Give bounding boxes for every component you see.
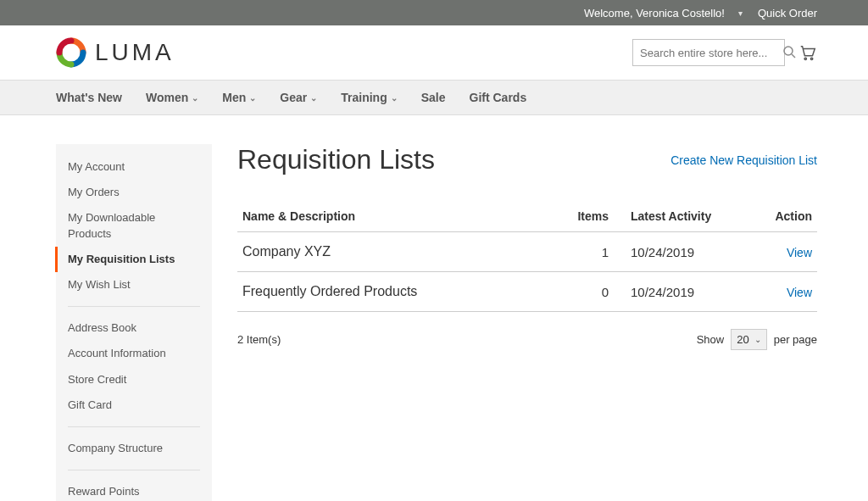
cell-items: 0: [563, 272, 614, 312]
main-nav: What's NewWomen⌄Men⌄Gear⌄Training⌄SaleGi…: [0, 80, 868, 115]
col-name: Name & Description: [237, 201, 563, 232]
luma-logo-icon: [56, 37, 86, 68]
pager-per-page: per page: [774, 333, 817, 346]
create-requisition-list-link[interactable]: Create New Requisition List: [670, 153, 817, 167]
top-bar: Welcome, Veronica Costello! ▾ Quick Orde…: [0, 0, 868, 25]
sidebar-item-address-book[interactable]: Address Book: [56, 315, 212, 341]
logo-text: LUMA: [95, 39, 175, 66]
page-size-value: 20: [737, 333, 748, 346]
sidebar-item-reward-points[interactable]: Reward Points: [56, 479, 212, 501]
sidebar-item-my-orders[interactable]: My Orders: [56, 180, 212, 205]
table-row: Frequently Ordered Products010/24/2019Vi…: [237, 272, 817, 312]
svg-line-1: [792, 54, 795, 58]
chevron-down-icon: ⌄: [754, 335, 761, 344]
nav-label: Training: [341, 91, 387, 104]
svg-point-2: [804, 58, 806, 59]
cell-date: 10/24/2019: [614, 272, 749, 312]
sidebar-item-company-structure[interactable]: Company Structure: [56, 436, 212, 461]
sidebar-divider: [68, 470, 200, 470]
pager: 2 Item(s) Show 20 ⌄ per page: [237, 329, 817, 350]
sidebar-item-my-wish-list[interactable]: My Wish List: [56, 272, 212, 298]
header: LUMA: [0, 25, 868, 80]
page-size-select[interactable]: 20 ⌄: [731, 329, 766, 350]
account-sidebar: My AccountMy OrdersMy Downloadable Produ…: [56, 144, 212, 501]
nav-gear[interactable]: Gear⌄: [280, 91, 317, 104]
search-input[interactable]: [640, 47, 782, 59]
view-link[interactable]: View: [787, 286, 812, 299]
cell-date: 10/24/2019: [614, 232, 749, 272]
sidebar-divider: [68, 306, 200, 307]
chevron-down-icon: ⌄: [310, 93, 317, 103]
chevron-down-icon: ⌄: [391, 93, 398, 103]
search-box[interactable]: [632, 39, 785, 66]
sidebar-item-my-downloadable-products[interactable]: My Downloadable Products: [56, 205, 212, 246]
col-items: Items: [563, 201, 614, 232]
sidebar-divider: [68, 426, 200, 427]
welcome-menu[interactable]: Welcome, Veronica Costello! ▾: [574, 7, 743, 19]
sidebar-item-gift-card[interactable]: Gift Card: [56, 392, 212, 418]
cell-action: View: [749, 232, 817, 272]
nav-label: Gift Cards: [470, 91, 527, 104]
nav-label: Sale: [421, 91, 446, 104]
search-icon[interactable]: [782, 45, 796, 61]
nav-label: What's New: [56, 91, 122, 104]
logo[interactable]: LUMA: [56, 37, 175, 68]
view-link[interactable]: View: [787, 246, 812, 259]
cart-icon[interactable]: [798, 43, 817, 62]
nav-label: Gear: [280, 91, 307, 104]
cell-action: View: [749, 272, 817, 312]
cell-name: Company XYZ: [237, 232, 563, 272]
welcome-text: Welcome, Veronica Costello!: [584, 7, 725, 19]
sidebar-item-store-credit[interactable]: Store Credit: [56, 367, 212, 392]
cell-name: Frequently Ordered Products: [237, 272, 563, 312]
col-action: Action: [749, 201, 817, 232]
svg-point-3: [810, 58, 812, 59]
sidebar-item-my-requisition-lists[interactable]: My Requisition Lists: [55, 247, 212, 272]
chevron-down-icon: ⌄: [249, 93, 256, 103]
nav-women[interactable]: Women⌄: [146, 91, 198, 104]
quick-order-link[interactable]: Quick Order: [758, 7, 817, 19]
nav-what-s-new[interactable]: What's New: [56, 91, 122, 104]
requisition-lists-table: Name & Description Items Latest Activity…: [237, 201, 817, 312]
pager-show-label: Show: [697, 333, 725, 346]
sidebar-item-my-account[interactable]: My Account: [56, 154, 212, 180]
sidebar-item-account-information[interactable]: Account Information: [56, 341, 212, 366]
nav-label: Men: [222, 91, 246, 104]
chevron-down-icon: ▾: [738, 8, 743, 18]
nav-label: Women: [146, 91, 188, 104]
svg-point-0: [784, 47, 793, 55]
nav-training[interactable]: Training⌄: [341, 91, 397, 104]
nav-gift-cards[interactable]: Gift Cards: [470, 91, 527, 104]
nav-men[interactable]: Men⌄: [222, 91, 256, 104]
cell-items: 1: [563, 232, 614, 272]
col-date: Latest Activity: [614, 201, 749, 232]
page-title: Requisition Lists: [237, 144, 435, 175]
chevron-down-icon: ⌄: [192, 93, 198, 103]
nav-sale[interactable]: Sale: [421, 91, 446, 104]
table-row: Company XYZ110/24/2019View: [237, 232, 817, 272]
pager-count: 2 Item(s): [237, 333, 281, 346]
main-content: Requisition Lists Create New Requisition…: [237, 144, 817, 350]
